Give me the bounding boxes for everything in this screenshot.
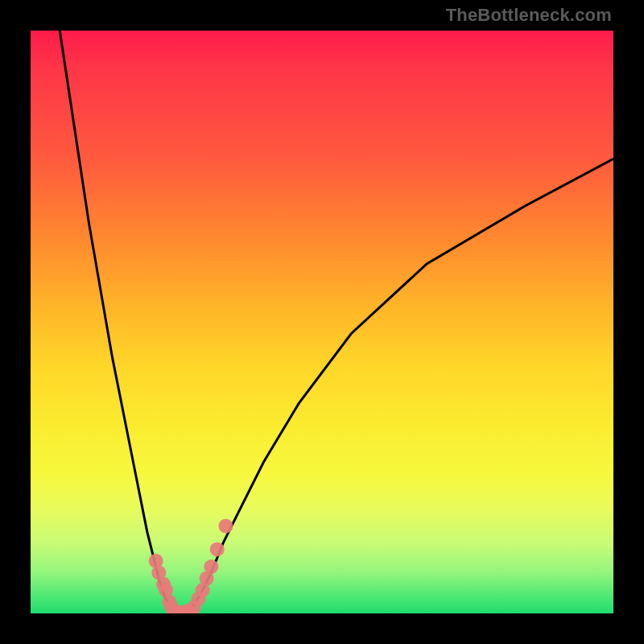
watermark-label: TheBottleneck.com xyxy=(446,5,612,26)
plot-gradient-background xyxy=(31,31,613,613)
frame: TheBottleneck.com xyxy=(0,0,644,644)
